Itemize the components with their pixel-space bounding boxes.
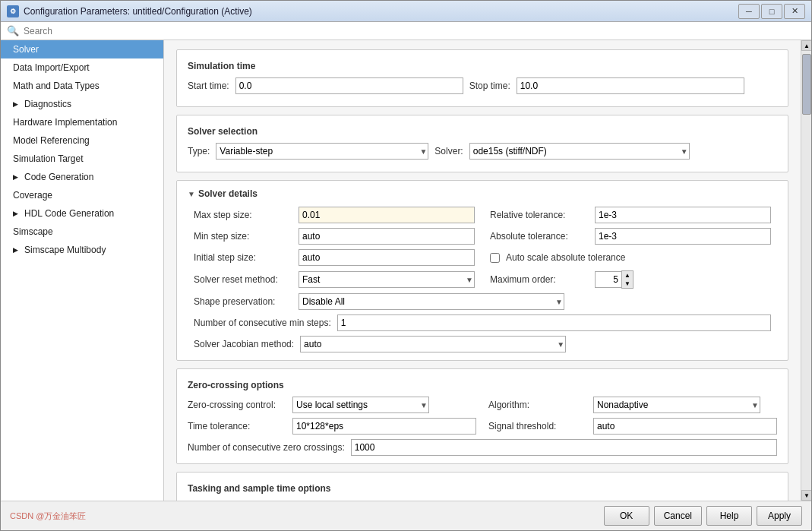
sidebar-item-label: HDL Code Generation: [24, 208, 114, 219]
sidebar-item-hardware[interactable]: Hardware Implementation: [1, 113, 163, 131]
shape-preservation-select[interactable]: Disable All Enable All: [299, 293, 564, 310]
zc-control-select[interactable]: Use local settings Enable all Disable al…: [292, 397, 429, 413]
stop-time-input[interactable]: [517, 77, 744, 94]
zero-crossing-section: Zero-crossing options Zero-crossing cont…: [176, 368, 788, 464]
scrollbar: ▲ ▼: [801, 40, 811, 501]
sidebar-item-hdl-code-gen[interactable]: HDL Code Generation: [1, 204, 163, 223]
content-area: Simulation time Start time: Stop time: S…: [164, 40, 801, 501]
time-tol-row: Time tolerance:: [188, 418, 476, 435]
scroll-up-button[interactable]: ▲: [801, 40, 811, 51]
time-tol-label: Time tolerance:: [188, 421, 286, 431]
spinner-buttons: ▲ ▼: [621, 270, 633, 289]
tasking-section: Tasking and sample time options Automati…: [176, 472, 788, 501]
scroll-track: [801, 51, 811, 490]
time-tol-input[interactable]: [292, 418, 476, 435]
jacobian-select[interactable]: auto sparse full: [300, 336, 566, 352]
ok-button[interactable]: OK: [604, 506, 649, 526]
algorithm-label: Algorithm:: [488, 400, 587, 410]
sidebar-item-label: Diagnostics: [24, 99, 71, 109]
main-window: ⚙ Configuration Parameters: untitled/Con…: [0, 0, 812, 531]
signal-thresh-row: Signal threshold:: [488, 418, 777, 435]
sidebar-item-data-import[interactable]: Data Import/Export: [1, 58, 163, 77]
sidebar-item-label: Coverage: [13, 190, 52, 201]
sidebar-item-solver[interactable]: Solver: [1, 40, 163, 58]
abs-tol-input[interactable]: [595, 228, 771, 245]
sidebar-item-code-gen[interactable]: Code Generation: [1, 168, 163, 186]
solver-details-grid: Max step size: Relative tolerance: Min s…: [188, 207, 777, 352]
reset-method-label: Solver reset method:: [194, 274, 292, 285]
consec-zero-label: Number of consecutive zero crossings:: [188, 442, 345, 453]
sidebar-item-label: Math and Data Types: [13, 81, 100, 91]
watermark-area: CSDN @万金油笨匠: [10, 506, 599, 526]
search-input[interactable]: [24, 26, 805, 36]
sidebar-item-sim-target[interactable]: Simulation Target: [1, 150, 163, 168]
initial-step-input[interactable]: [299, 249, 475, 266]
search-icon: 🔍: [7, 25, 19, 36]
solver-label: Solver:: [434, 146, 463, 156]
minimize-button[interactable]: ─: [738, 4, 760, 19]
consec-min-input[interactable]: [337, 314, 771, 331]
sidebar-item-diagnostics[interactable]: Diagnostics: [1, 95, 163, 113]
sidebar-item-model-ref[interactable]: Model Referencing: [1, 131, 163, 150]
rel-tol-input[interactable]: [595, 207, 771, 223]
watermark-text: CSDN @万金油笨匠: [10, 510, 86, 522]
min-step-input[interactable]: [299, 228, 475, 245]
signal-thresh-input[interactable]: [593, 418, 777, 435]
jacobian-wrapper: auto sparse full ▼: [300, 336, 566, 352]
consec-zero-row: Number of consecutive zero crossings:: [188, 439, 777, 456]
solver-selection-section: Solver selection Type: Variable-step Fix…: [176, 115, 788, 172]
stop-time-label: Stop time:: [469, 81, 510, 91]
help-button[interactable]: Help: [706, 506, 752, 526]
tasking-title: Tasking and sample time options: [188, 483, 777, 494]
simulation-time-section: Simulation time Start time: Stop time:: [176, 49, 788, 107]
max-order-label: Maximum order:: [490, 274, 589, 285]
consec-min-row: Number of consecutive min steps:: [194, 314, 771, 331]
jacobian-row: Solver Jacobian method: auto sparse full…: [194, 336, 771, 352]
close-button[interactable]: ✕: [784, 4, 805, 19]
sidebar-item-label: Code Generation: [24, 172, 93, 182]
algorithm-wrapper: Nonadaptive Adaptive ▼: [593, 397, 760, 413]
sidebar-item-math-data[interactable]: Math and Data Types: [1, 77, 163, 95]
bottom-bar: CSDN @万金油笨匠 OK Cancel Help Apply: [1, 501, 811, 530]
apply-button[interactable]: Apply: [757, 506, 802, 526]
max-order-input[interactable]: [595, 271, 621, 288]
sidebar-item-simscape[interactable]: Simscape: [1, 223, 163, 241]
auto-scale-checkbox[interactable]: [490, 253, 500, 263]
zero-crossing-title: Zero-crossing options: [188, 380, 777, 390]
jacobian-label: Solver Jacobian method:: [194, 339, 294, 349]
time-row: Start time: Stop time:: [188, 77, 777, 94]
start-time-input[interactable]: [235, 77, 463, 94]
solver-select[interactable]: ode15s (stiff/NDF) ode45 ode23: [469, 143, 690, 160]
max-order-row: Maximum order: ▲ ▼: [490, 270, 771, 289]
solver-select-wrapper: ode15s (stiff/NDF) ode45 ode23 ▼: [469, 143, 690, 160]
sidebar-item-simscape-multi[interactable]: Simscape Multibody: [1, 241, 163, 259]
sidebar-item-coverage[interactable]: Coverage: [1, 186, 163, 204]
sidebar-item-label: Simulation Target: [13, 153, 84, 164]
simulation-time-title: Simulation time: [188, 61, 777, 71]
solver-details-header[interactable]: ▼ Solver details: [188, 188, 777, 199]
zc-control-wrapper: Use local settings Enable all Disable al…: [292, 397, 429, 413]
algorithm-select[interactable]: Nonadaptive Adaptive: [593, 397, 760, 413]
max-step-label: Max step size:: [194, 210, 292, 220]
spinner-down-button[interactable]: ▼: [622, 280, 633, 288]
signal-thresh-label: Signal threshold:: [488, 421, 587, 431]
max-order-spinner: ▲ ▼: [595, 270, 633, 289]
maximize-button[interactable]: □: [761, 4, 782, 19]
sidebar-item-label: Simscape Multibody: [24, 245, 106, 255]
spinner-up-button[interactable]: ▲: [622, 271, 633, 280]
max-step-input[interactable]: [299, 207, 475, 223]
abs-tol-label: Absolute tolerance:: [490, 231, 589, 242]
shape-wrapper: Disable All Enable All ▼: [299, 293, 564, 310]
reset-method-select[interactable]: Fast Robust: [299, 271, 475, 288]
shape-preservation-row: Shape preservation: Disable All Enable A…: [194, 293, 771, 310]
cancel-button[interactable]: Cancel: [654, 506, 702, 526]
type-select[interactable]: Variable-step Fixed-step: [216, 143, 428, 160]
reset-method-row: Solver reset method: Fast Robust ▼: [194, 270, 475, 289]
type-label: Type:: [188, 146, 210, 156]
scroll-down-button[interactable]: ▼: [801, 490, 811, 501]
scroll-thumb[interactable]: [802, 54, 811, 115]
consec-zero-input[interactable]: [351, 439, 777, 456]
search-bar: 🔍: [1, 22, 811, 40]
zc-control-label: Zero-crossing control:: [188, 400, 286, 410]
sidebar-item-label: Simscape: [13, 226, 53, 237]
